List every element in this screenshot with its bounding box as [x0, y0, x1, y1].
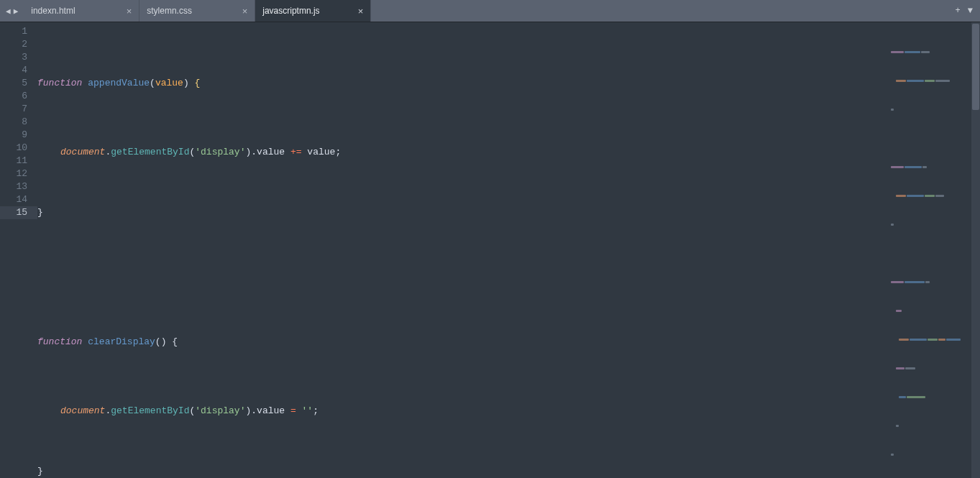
keyword-token: function — [37, 336, 82, 347]
close-icon[interactable]: × — [242, 6, 248, 16]
tab-nav-next-icon[interactable]: ▶ — [14, 6, 19, 16]
string-token: 'display' — [195, 147, 245, 157]
punct-token: ( — [155, 336, 161, 347]
line-number: 12 — [0, 167, 37, 180]
string-token: 'display' — [195, 405, 245, 416]
line-number: 8 — [0, 116, 37, 129]
line-number: 4 — [0, 64, 37, 77]
tab-label: indexn.html — [31, 6, 119, 16]
line-number: 6 — [0, 90, 37, 103]
scrollbar-thumb[interactable] — [972, 24, 979, 110]
punct-token: . — [251, 405, 257, 416]
tab-label: stylemn.css — [147, 6, 234, 16]
code-content[interactable]: function appendValue(value) { document.g… — [37, 22, 980, 478]
space-token — [285, 147, 290, 157]
code-line — [37, 271, 980, 284]
identifier-token: value — [307, 147, 335, 157]
space-token — [189, 78, 195, 88]
tab-nav-arrows: ◀ ▶ — [0, 0, 24, 22]
close-icon[interactable]: × — [127, 6, 132, 16]
tabbar-right-controls: + ▼ — [948, 0, 980, 22]
punct-token: ; — [335, 147, 341, 157]
space-token — [296, 405, 302, 416]
line-number-gutter: 1 2 3 4 5 6 7 8 9 10 11 12 13 14 15 — [0, 22, 37, 478]
vertical-scrollbar[interactable] — [971, 22, 980, 478]
property-token: value — [257, 147, 285, 157]
line-number: 2 — [0, 38, 37, 51]
punct-token: ; — [313, 405, 319, 416]
tab-bar: ◀ ▶ indexn.html × stylemn.css × javascri… — [0, 0, 980, 22]
line-number: 11 — [0, 155, 37, 167]
brace-token: { — [172, 336, 178, 347]
punct-token: ) — [183, 78, 189, 88]
line-number: 7 — [0, 103, 37, 116]
tab-javascriptmn-js[interactable]: javascriptmn.js × — [255, 0, 371, 22]
line-number: 5 — [0, 77, 37, 90]
brace-token: { — [195, 78, 201, 88]
code-line: function clearDisplay() { — [37, 336, 980, 349]
string-token: '' — [302, 405, 313, 416]
keyword-token: function — [37, 78, 82, 88]
new-tab-icon[interactable]: + — [956, 6, 961, 16]
code-line: function appendValue(value) { — [37, 77, 980, 90]
object-token: document — [60, 405, 105, 416]
line-number: 9 — [0, 129, 37, 142]
line-number: 10 — [0, 142, 37, 155]
tabbar-spacer — [371, 0, 948, 22]
tab-indexn-html[interactable]: indexn.html × — [24, 0, 139, 22]
method-token: getElementById — [111, 405, 189, 416]
line-number: 13 — [0, 180, 37, 193]
function-name-token: clearDisplay — [88, 336, 155, 347]
code-line: document.getElementById('display').value… — [37, 400, 980, 413]
property-token: value — [257, 405, 285, 416]
close-icon[interactable]: × — [358, 6, 364, 16]
object-token: document — [60, 147, 105, 157]
operator-token: += — [290, 147, 302, 157]
tab-nav-prev-icon[interactable]: ◀ — [6, 6, 11, 16]
brace-token: } — [37, 207, 43, 218]
minimap[interactable] — [891, 25, 970, 68]
function-name-token: appendValue — [88, 78, 150, 88]
space-token — [285, 405, 290, 416]
tab-stylemn-css[interactable]: stylemn.css × — [139, 0, 255, 22]
operator-token: = — [290, 405, 296, 416]
tab-label: javascriptmn.js — [262, 6, 350, 16]
line-number: 1 — [0, 25, 37, 38]
line-number: 3 — [0, 51, 37, 64]
punct-token: . — [251, 147, 257, 157]
method-token: getElementById — [111, 147, 189, 157]
line-number: 15 — [0, 206, 37, 219]
param-token: value — [155, 78, 183, 88]
code-line: } — [37, 206, 980, 219]
tab-menu-icon[interactable]: ▼ — [968, 6, 973, 16]
punct-token: ( — [150, 78, 155, 88]
code-line: document.getElementById('display').value… — [37, 142, 980, 155]
line-number: 14 — [0, 193, 37, 206]
brace-token: } — [37, 466, 43, 477]
code-line: } — [37, 465, 980, 478]
editor[interactable]: 1 2 3 4 5 6 7 8 9 10 11 12 13 14 15 func… — [0, 22, 980, 478]
